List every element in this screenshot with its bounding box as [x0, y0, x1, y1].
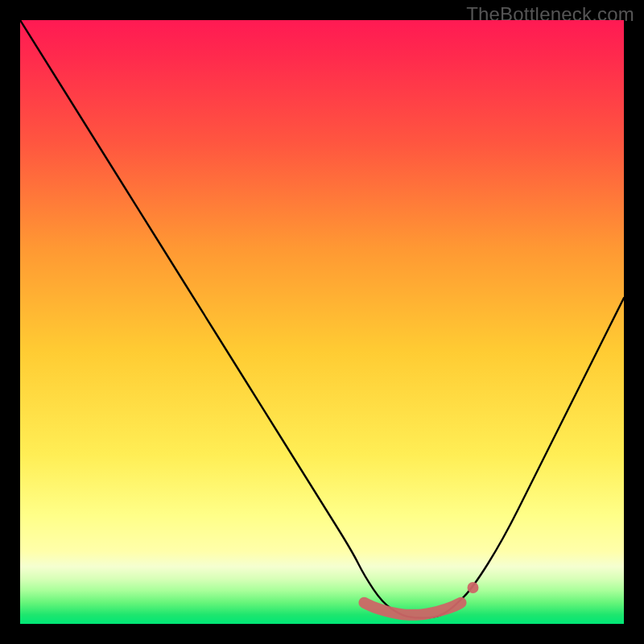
- chart-svg: [20, 20, 624, 624]
- svg-rect-0: [20, 20, 624, 624]
- plot-area: [20, 20, 624, 624]
- chart-canvas: TheBottleneck.com: [0, 0, 644, 644]
- highlight-dot: [468, 582, 479, 593]
